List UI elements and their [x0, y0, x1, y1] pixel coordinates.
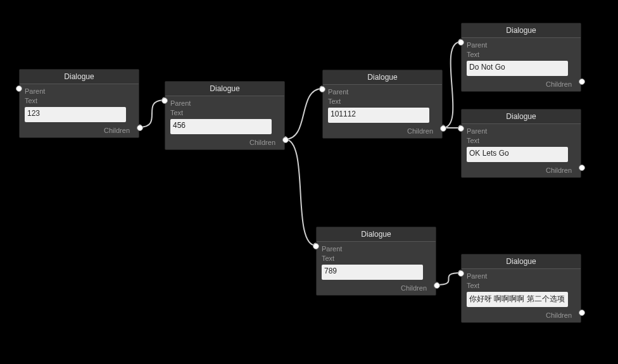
parent-port[interactable] — [319, 86, 325, 92]
children-label: Children — [317, 282, 436, 295]
edge[interactable] — [285, 139, 316, 246]
children-label: Children — [462, 310, 581, 322]
dialogue-node[interactable]: DialogueParentText789Children — [316, 227, 436, 296]
text-label: Text — [170, 108, 279, 118]
children-label: Children — [20, 125, 139, 137]
children-label: Children — [323, 125, 442, 138]
edge[interactable] — [443, 42, 461, 128]
children-port[interactable] — [579, 165, 585, 171]
children-label: Children — [462, 165, 581, 177]
text-label: Text — [467, 50, 576, 60]
node-title: Dialogue — [462, 254, 581, 269]
text-label: Text — [322, 254, 431, 263]
node-title: Dialogue — [462, 110, 581, 124]
node-body: ParentText456 — [165, 96, 284, 137]
node-body: ParentTextOK Lets Go — [462, 124, 581, 165]
text-field[interactable]: Do Not Go — [467, 61, 568, 76]
node-title: Dialogue — [165, 82, 284, 96]
children-port[interactable] — [440, 125, 446, 132]
parent-label: Parent — [170, 99, 279, 108]
parent-port[interactable] — [458, 270, 464, 277]
node-title: Dialogue — [323, 70, 442, 85]
parent-label: Parent — [467, 41, 576, 50]
text-field[interactable]: 你好呀 啊啊啊啊 第二个选项 — [467, 292, 568, 307]
node-body: ParentText123 — [20, 84, 139, 125]
text-field[interactable]: 123 — [25, 107, 126, 122]
parent-label: Parent — [25, 87, 134, 96]
node-title: Dialogue — [317, 227, 436, 242]
dialogue-node[interactable]: DialogueParentTextOK Lets GoChildren — [461, 109, 581, 178]
node-body: ParentTextDo Not Go — [462, 38, 581, 78]
text-label: Text — [467, 136, 576, 146]
children-label: Children — [165, 137, 284, 149]
text-label: Text — [25, 96, 134, 106]
graph-canvas[interactable]: DialogueParentText123ChildrenDialoguePar… — [0, 0, 618, 364]
edge[interactable] — [139, 100, 165, 127]
children-port[interactable] — [137, 125, 143, 131]
children-port[interactable] — [579, 78, 585, 85]
children-port[interactable] — [434, 282, 440, 289]
parent-label: Parent — [467, 272, 576, 281]
dialogue-node[interactable]: DialogueParentText你好呀 啊啊啊啊 第二个选项Children — [461, 254, 581, 323]
children-port[interactable] — [282, 137, 289, 143]
parent-port[interactable] — [16, 85, 22, 92]
dialogue-node[interactable]: DialogueParentText123Children — [19, 69, 139, 138]
node-title: Dialogue — [20, 70, 139, 84]
dialogue-node[interactable]: DialogueParentText101112Children — [322, 70, 443, 139]
text-field[interactable]: 101112 — [328, 108, 429, 123]
parent-port[interactable] — [458, 39, 464, 46]
node-title: Dialogue — [462, 23, 581, 38]
node-body: ParentText你好呀 啊啊啊啊 第二个选项 — [462, 269, 581, 310]
text-label: Text — [467, 281, 576, 291]
node-body: ParentText101112 — [323, 85, 442, 125]
parent-label: Parent — [328, 87, 437, 97]
text-field[interactable]: OK Lets Go — [467, 147, 568, 162]
parent-port[interactable] — [458, 125, 464, 132]
node-body: ParentText789 — [317, 242, 436, 282]
dialogue-node[interactable]: DialogueParentText456Children — [165, 81, 285, 150]
text-label: Text — [328, 97, 437, 106]
parent-label: Parent — [322, 244, 431, 254]
children-label: Children — [462, 78, 581, 91]
parent-port[interactable] — [313, 243, 319, 249]
parent-port[interactable] — [161, 97, 168, 104]
text-field[interactable]: 456 — [170, 119, 272, 134]
edge[interactable] — [436, 273, 461, 285]
children-port[interactable] — [579, 310, 585, 316]
edge[interactable] — [285, 89, 322, 139]
parent-label: Parent — [467, 127, 576, 136]
dialogue-node[interactable]: DialogueParentTextDo Not GoChildren — [461, 23, 581, 92]
text-field[interactable]: 789 — [322, 265, 423, 280]
